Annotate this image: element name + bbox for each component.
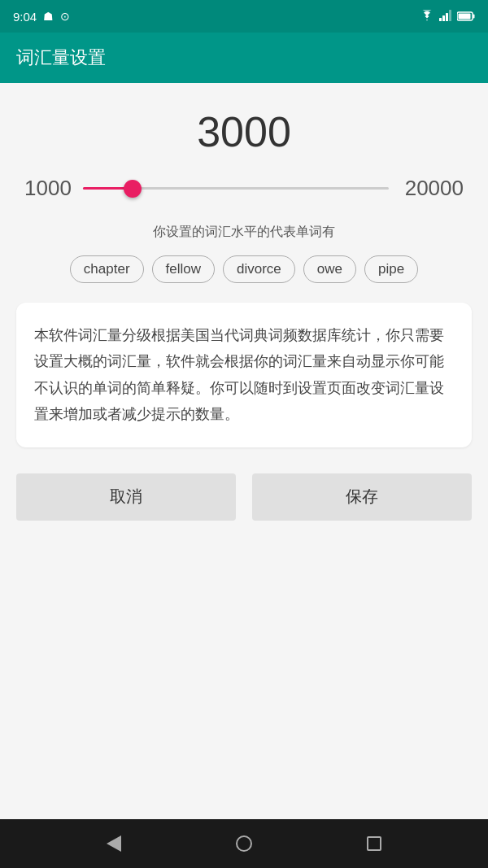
status-time: 9:04	[13, 10, 37, 24]
save-button[interactable]: 保存	[252, 473, 472, 521]
word-tag-divorce: divorce	[223, 255, 295, 283]
status-bar-right	[420, 10, 475, 24]
recents-button[interactable]	[364, 833, 385, 854]
word-tags-container: chapterfellowdivorceowepipe	[70, 255, 418, 283]
wifi-icon	[420, 10, 434, 24]
word-tag-pipe: pipe	[364, 255, 418, 283]
signal-icon	[439, 10, 452, 24]
svg-rect-2	[446, 13, 448, 21]
word-tag-fellow: fellow	[152, 255, 215, 283]
svg-rect-3	[449, 10, 451, 21]
nav-bar	[0, 819, 488, 868]
app-bar: 词汇量设置	[0, 33, 488, 83]
battery-icon	[457, 10, 475, 24]
tracking-icon: ⊙	[60, 10, 70, 23]
word-tag-chapter: chapter	[70, 255, 144, 283]
main-content: 3000 1000 20000 你设置的词汇水平的代表单词有 chapterfe…	[0, 83, 488, 819]
word-tag-owe: owe	[303, 255, 356, 283]
home-button[interactable]	[233, 833, 255, 854]
buttons-row: 取消 保存	[16, 473, 472, 521]
home-icon	[236, 835, 252, 852]
info-text: 本软件词汇量分级根据美国当代词典词频数据库统计，你只需要设置大概的词汇量，软件就…	[34, 322, 454, 428]
svg-rect-6	[459, 13, 471, 19]
svg-rect-5	[473, 14, 475, 18]
slider-container[interactable]	[83, 177, 389, 201]
recents-icon	[367, 836, 381, 851]
status-bar-left: 9:04 ☗ ⊙	[13, 10, 70, 24]
slider-section: 1000 20000	[16, 176, 472, 201]
vocab-number-display: 3000	[197, 107, 291, 156]
back-button[interactable]	[103, 833, 124, 854]
app-bar-title: 词汇量设置	[16, 46, 106, 70]
notification-icon: ☗	[43, 10, 54, 23]
cancel-button[interactable]: 取消	[16, 473, 236, 521]
back-icon	[107, 835, 121, 852]
slider-min-label: 1000	[24, 176, 73, 201]
status-bar: 9:04 ☗ ⊙	[0, 0, 488, 33]
svg-rect-1	[442, 15, 445, 21]
svg-rect-0	[439, 18, 442, 21]
slider-max-label: 20000	[399, 176, 464, 201]
info-box: 本软件词汇量分级根据美国当代词典词频数据库统计，你只需要设置大概的词汇量，软件就…	[16, 303, 472, 447]
description-label: 你设置的词汇水平的代表单词有	[153, 224, 335, 241]
